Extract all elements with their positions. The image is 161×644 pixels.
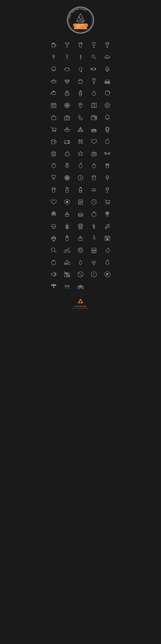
drink-cup-icon xyxy=(87,172,100,184)
pear-icon xyxy=(87,87,100,99)
svg-point-221 xyxy=(64,250,66,253)
svg-rect-134 xyxy=(109,153,110,154)
award-icon xyxy=(100,124,114,136)
svg-point-189 xyxy=(92,212,96,217)
camera-icon xyxy=(60,111,74,124)
avocado-icon xyxy=(100,63,114,75)
calendar-icon xyxy=(47,99,60,111)
svg-point-230 xyxy=(52,261,56,265)
badge-ribbon: OUTLINE ICON SET xyxy=(74,24,87,29)
rolling-pin-icon xyxy=(100,148,114,160)
chef-hat-icon xyxy=(47,63,60,75)
search-icon[interactable] xyxy=(47,244,60,256)
shopping-bag-icon xyxy=(47,111,60,124)
wheat-icon xyxy=(87,220,100,232)
table-icon xyxy=(60,280,74,292)
cart2-icon xyxy=(100,196,114,208)
wine-glass-icon xyxy=(87,39,100,51)
svg-point-79 xyxy=(105,103,110,108)
svg-point-31 xyxy=(65,68,70,71)
svg-point-108 xyxy=(106,128,108,130)
svg-point-76 xyxy=(80,104,81,105)
delivery-truck-icon xyxy=(60,136,74,148)
svg-line-37 xyxy=(66,82,67,84)
menu-list-icon xyxy=(74,196,87,208)
svg-point-95 xyxy=(81,130,82,131)
svg-line-11 xyxy=(68,43,69,44)
svg-rect-174 xyxy=(78,200,83,204)
svg-point-231 xyxy=(66,263,67,264)
badge-svg: 100+ VECTOR ICONS xyxy=(67,7,94,33)
shopping-cart-icon xyxy=(47,124,60,136)
svg-rect-127 xyxy=(92,152,96,156)
svg-point-112 xyxy=(65,143,66,144)
svg-rect-111 xyxy=(64,140,68,143)
parking-icon: P xyxy=(100,268,114,280)
svg-point-183 xyxy=(108,203,110,204)
svg-rect-139 xyxy=(106,164,109,168)
svg-text:$: $ xyxy=(66,200,68,203)
svg-point-33 xyxy=(95,68,96,69)
grapes-icon xyxy=(60,220,74,232)
mushroom-icon xyxy=(47,220,60,232)
chandelier-icon xyxy=(47,280,60,292)
water-bottle-icon xyxy=(74,87,87,99)
svg-line-239 xyxy=(78,272,82,276)
svg-text:25: 25 xyxy=(106,238,108,240)
svg-point-222 xyxy=(68,250,70,253)
no-entry-icon xyxy=(74,268,87,280)
svg-point-155 xyxy=(80,178,81,178)
heart-icon xyxy=(87,136,100,148)
svg-line-105 xyxy=(106,130,106,132)
wifi-icon xyxy=(87,256,100,268)
svg-point-225 xyxy=(80,249,82,251)
knife-icon xyxy=(74,51,87,63)
pear3-icon xyxy=(100,256,114,268)
chicken-leg-icon xyxy=(74,63,87,75)
corkscrew-icon xyxy=(87,232,100,244)
svg-point-69 xyxy=(54,106,54,107)
svg-point-65 xyxy=(52,105,53,106)
badge2-icon xyxy=(74,220,87,232)
svg-rect-132 xyxy=(106,153,109,154)
carrot-icon xyxy=(74,160,87,172)
svg-point-83 xyxy=(66,117,68,120)
footer-company: SATURIZED xyxy=(74,305,86,308)
music-note-icon xyxy=(100,220,114,232)
popsicle-icon xyxy=(100,172,114,184)
icons-grid: $ xyxy=(47,39,114,292)
footer: SATURIZED The Interactive Agency xyxy=(72,298,89,309)
svg-point-186 xyxy=(52,212,55,214)
footer-tagline: The Interactive Agency xyxy=(72,308,89,309)
sauce-bottle-icon xyxy=(74,184,87,196)
thumbs-up-icon xyxy=(60,148,74,160)
kettle-icon xyxy=(100,87,114,99)
svg-point-234 xyxy=(94,264,94,265)
svg-rect-187 xyxy=(78,214,83,216)
orange-slice-icon xyxy=(60,172,74,184)
time-clock-icon xyxy=(87,196,100,208)
bowl-icon xyxy=(47,75,60,87)
donut2-icon xyxy=(74,244,87,256)
pepper2-icon xyxy=(74,256,87,268)
svg-point-94 xyxy=(79,130,80,131)
svg-line-106 xyxy=(108,130,109,132)
jar-icon xyxy=(100,160,114,172)
svg-point-182 xyxy=(106,203,107,204)
info-icon xyxy=(87,268,100,280)
ice-cream-bowl-icon xyxy=(47,208,60,220)
svg-rect-133 xyxy=(105,153,106,154)
svg-point-232 xyxy=(67,262,68,263)
steak-icon xyxy=(60,63,74,75)
svg-line-136 xyxy=(110,152,110,153)
svg-point-68 xyxy=(52,106,53,107)
salad-bowl-icon xyxy=(60,124,74,136)
fork-icon xyxy=(47,51,60,63)
svg-rect-166 xyxy=(80,187,81,188)
condiment-icon xyxy=(74,136,87,148)
cheese-icon xyxy=(60,256,74,268)
svg-rect-6 xyxy=(52,43,55,47)
svg-point-242 xyxy=(94,273,94,274)
map-icon xyxy=(87,99,100,111)
svg-rect-226 xyxy=(92,250,96,253)
